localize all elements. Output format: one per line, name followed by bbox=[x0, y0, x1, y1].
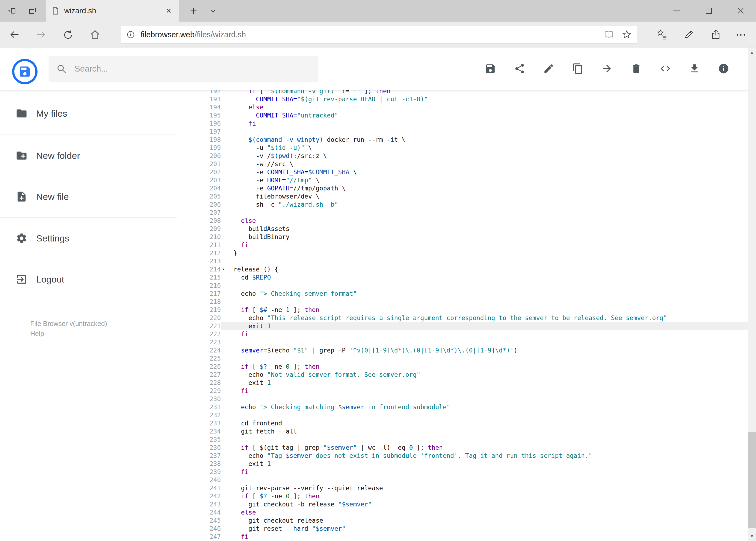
fold-arrow-icon[interactable]: ▾ bbox=[222, 265, 225, 273]
move-button[interactable] bbox=[599, 61, 615, 77]
code-view-button[interactable] bbox=[657, 61, 673, 77]
search-box[interactable] bbox=[49, 56, 319, 82]
code-line[interactable]: 226 if [ $? -ne 0 ]; then bbox=[178, 362, 748, 370]
code-line[interactable]: 236 if [ $(git tag | grep "$semver" | wc… bbox=[178, 443, 748, 452]
code-line[interactable]: 227 echo "Not valid semver format. See s… bbox=[178, 370, 748, 379]
code-line[interactable]: 193 COMMIT_SHA="$(git rev-parse HEAD | c… bbox=[178, 95, 748, 103]
code-line[interactable]: 192 if [ "$(command -v git)" != "" ]; th… bbox=[178, 90, 748, 95]
reading-view-button[interactable] bbox=[604, 29, 614, 40]
code-line[interactable]: 205 filebrowser/dev \ bbox=[178, 192, 748, 201]
save-button[interactable] bbox=[482, 61, 499, 77]
code-line[interactable]: 215 cd $REPO bbox=[178, 273, 748, 281]
scrollbar-thumb[interactable] bbox=[748, 432, 756, 528]
code-line[interactable]: 232 bbox=[178, 411, 748, 419]
address-bar[interactable]: filebrowser.web/files/wizard.sh bbox=[121, 26, 637, 44]
copy-button[interactable] bbox=[570, 61, 586, 77]
code-line[interactable]: 195 COMMIT_SHA="untracked" bbox=[178, 111, 748, 119]
code-line[interactable]: 210 buildBinary bbox=[178, 233, 748, 241]
code-line[interactable]: 196 fi bbox=[178, 119, 748, 128]
code-line[interactable]: 220 echo "This release script requires a… bbox=[178, 314, 748, 322]
settings-and-more-button[interactable]: ⋯ bbox=[730, 22, 752, 48]
code-line[interactable]: 199 -u "$(id -u)" \ bbox=[178, 144, 748, 152]
browser-tab[interactable]: wizard.sh ✕ bbox=[46, 0, 179, 22]
tab-close-button[interactable]: ✕ bbox=[164, 6, 173, 16]
code-line[interactable]: 216 bbox=[178, 281, 748, 289]
code-line[interactable]: 201 -w //src \ bbox=[178, 160, 748, 168]
tabs-set-aside-button[interactable] bbox=[24, 0, 41, 22]
back-button[interactable] bbox=[4, 22, 25, 48]
code-line[interactable]: 200 -v /$(pwd):/src:z \ bbox=[178, 152, 748, 160]
site-info-icon[interactable] bbox=[126, 30, 135, 39]
code-line[interactable]: 219 if [ $# -ne 1 ]; then bbox=[178, 306, 748, 314]
code-line[interactable]: 233 cd frontend bbox=[178, 419, 748, 427]
code-line[interactable]: 244 else bbox=[178, 508, 748, 516]
code-editor[interactable]: 192 if [ "$(command -v git)" != "" ]; th… bbox=[178, 90, 748, 541]
code-line[interactable]: 243 git checkout -b release "$semver" bbox=[178, 500, 748, 508]
delete-button[interactable] bbox=[628, 61, 644, 77]
scroll-up-button[interactable]: ▲ bbox=[748, 48, 756, 57]
set-tabs-aside-button[interactable] bbox=[4, 0, 21, 22]
sidebar-item-my-files[interactable]: My files bbox=[0, 99, 178, 128]
favorites-hub-button[interactable] bbox=[651, 22, 672, 48]
sidebar-item-settings[interactable]: Settings bbox=[0, 224, 178, 253]
code-line[interactable]: 235 bbox=[178, 435, 748, 443]
annotate-button[interactable] bbox=[678, 22, 700, 48]
code-line[interactable]: 202 -e COMMIT_SHA=$COMMIT_SHA \ bbox=[178, 168, 748, 176]
sidebar-item-new-file[interactable]: New file bbox=[0, 182, 178, 212]
info-button[interactable] bbox=[715, 61, 732, 77]
code-line[interactable]: 241 git rev-parse --verify --quiet relea… bbox=[178, 484, 748, 492]
code-line[interactable]: 228 exit 1 bbox=[178, 379, 748, 387]
code-line[interactable]: 231 echo "> Checking matching $semver in… bbox=[178, 403, 748, 411]
code-line[interactable]: 213 bbox=[178, 257, 748, 265]
code-line[interactable]: 242 if [ $? -ne 0 ]; then bbox=[178, 492, 748, 500]
scroll-down-button[interactable]: ▼ bbox=[748, 531, 756, 541]
home-button[interactable] bbox=[85, 22, 105, 48]
code-line[interactable]: 239 fi bbox=[178, 468, 748, 476]
code-line[interactable]: 221 exit 1 bbox=[178, 322, 748, 330]
tab-preview-toggle[interactable] bbox=[205, 0, 221, 22]
code-line[interactable]: 237 echo "Tag $semver does not exist in … bbox=[178, 452, 748, 460]
code-line[interactable]: 204 -e GOPATH=//tmp/gopath \ bbox=[178, 184, 748, 192]
code-line[interactable]: 198 $(command -v winpty) docker run --rm… bbox=[178, 136, 748, 144]
code-line[interactable]: 214▾release () { bbox=[178, 265, 748, 273]
code-line[interactable]: 225 bbox=[178, 354, 748, 362]
code-line[interactable]: 203 -e HOME="//tmp" \ bbox=[178, 176, 748, 184]
share-page-button[interactable] bbox=[705, 22, 727, 48]
code-line[interactable]: 207 bbox=[178, 209, 748, 217]
code-line[interactable]: 246 git reset --hard "$semver" bbox=[178, 525, 748, 533]
code-line[interactable]: 209 buildAssets bbox=[178, 225, 748, 233]
code-line[interactable]: 247 fi bbox=[178, 533, 748, 541]
window-maximize-button[interactable] bbox=[696, 0, 722, 22]
refresh-button[interactable] bbox=[57, 22, 78, 48]
code-line[interactable]: 218 bbox=[178, 297, 748, 306]
code-line[interactable]: 212} bbox=[178, 249, 748, 257]
sidebar-item-logout[interactable]: Logout bbox=[0, 265, 178, 294]
code-line[interactable]: 194 else bbox=[178, 103, 748, 111]
new-tab-button[interactable]: + bbox=[186, 0, 201, 22]
code-line[interactable]: 234 git fetch --all bbox=[178, 427, 748, 435]
code-line[interactable]: 224 semver=$(echo "$1" | grep -P '^v(0|[… bbox=[178, 346, 748, 354]
download-button[interactable] bbox=[686, 61, 702, 77]
page-scrollbar[interactable]: ▲ ▼ bbox=[748, 48, 756, 541]
window-close-button[interactable] bbox=[728, 0, 754, 22]
add-favorite-star-button[interactable] bbox=[622, 29, 632, 40]
code-line[interactable]: 208 else bbox=[178, 217, 748, 225]
share-button[interactable] bbox=[511, 61, 528, 77]
window-minimize-button[interactable] bbox=[664, 0, 690, 22]
code-line[interactable]: 238 exit 1 bbox=[178, 460, 748, 468]
code-line[interactable]: 245 git checkout release bbox=[178, 516, 748, 525]
code-line[interactable]: 206 sh -c "./wizard.sh -b" bbox=[178, 201, 748, 209]
code-line[interactable]: 223 bbox=[178, 338, 748, 346]
code-line[interactable]: 211 fi bbox=[178, 241, 748, 249]
search-input[interactable] bbox=[74, 64, 311, 74]
code-line[interactable]: 217 echo "> Checking semver format" bbox=[178, 289, 748, 297]
code-line[interactable]: 240 bbox=[178, 476, 748, 484]
help-link[interactable]: Help bbox=[30, 329, 107, 339]
code-line[interactable]: 222 fi bbox=[178, 330, 748, 338]
code-line[interactable]: 197 bbox=[178, 128, 748, 136]
sidebar-item-new-folder[interactable]: New folder bbox=[0, 141, 178, 171]
code-line[interactable]: 230 bbox=[178, 395, 748, 403]
rename-button[interactable] bbox=[541, 61, 557, 77]
code-line[interactable]: 229 fi bbox=[178, 387, 748, 395]
forward-button[interactable] bbox=[31, 22, 51, 48]
